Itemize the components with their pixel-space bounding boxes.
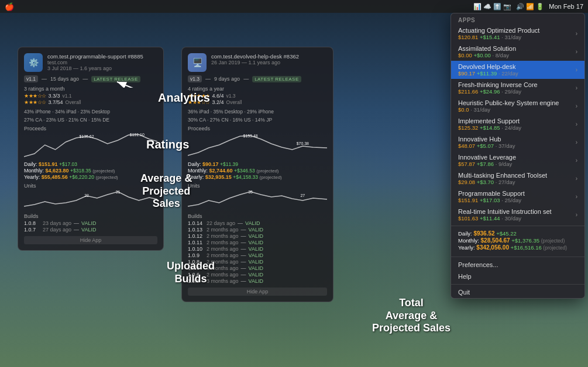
- menu-icons: 📊 ☁️ ⬆️ 📷: [473, 3, 511, 11]
- app1-ratings-period: 3 ratings a month: [24, 86, 157, 92]
- menu-item-devolved[interactable]: Devolved Help-desk $90.17 +$11.39 · 22/d…: [451, 61, 584, 79]
- total-monthly-change: +$1,376.35: [511, 237, 539, 244]
- annotation-analytics: Analytics: [158, 91, 210, 105]
- app2-monthly-change: +$346.53: [234, 168, 255, 174]
- fresh-period: · 29/day: [501, 88, 521, 95]
- menu-item-realtime[interactable]: Real-time Intuitive Instruction set $101…: [451, 206, 584, 224]
- app2-rating-version: v1.3: [226, 93, 236, 99]
- app1-daily: Daily: $151.91 +$17.03: [24, 161, 157, 167]
- innovative-hub-price: $48.07: [458, 143, 475, 149]
- menu-item-programmable[interactable]: Programmable Support $151.91 +$17.03 · 2…: [451, 188, 584, 206]
- heuristic-arrow: ›: [576, 103, 577, 109]
- app1-rating-version: v1.1: [63, 93, 72, 99]
- app1-info: com.test.programmable-support #8885 test…: [47, 53, 157, 71]
- innovative-hub-change: +$5.07: [477, 143, 494, 149]
- innovative-leverage-change: +$7.86: [477, 161, 494, 167]
- menu-item-innovative-leverage-name: Innovative Leverage: [458, 154, 576, 161]
- devolved-period: · 22/day: [498, 70, 518, 77]
- innovative-leverage-period: · 9/day: [496, 161, 513, 167]
- menu-item-innovative-leverage[interactable]: Innovative Leverage $57.87 +$7.86 · 9/da…: [451, 151, 584, 169]
- app2-hide-app-button[interactable]: Hide App: [188, 288, 327, 296]
- app2-build-v1010: 1.0.10: [188, 246, 204, 252]
- app2-monthly: Monthly: $2,744.60 +$346.53 (projected): [188, 168, 327, 174]
- app1-monthly-amount: $4,623.80: [46, 168, 69, 174]
- app1-ratings: 3 ratings a month ★★★☆☆ 3.3/3 v1.1 ★★★☆☆…: [24, 86, 157, 105]
- dropdown-apps-label: Apps: [451, 13, 584, 25]
- menu-item-actuating-stats: $120.81 +$15.41 · 31/day: [458, 34, 576, 40]
- menu-item-fresh[interactable]: Fresh-thinking Inverse Core $211.66 +$24…: [451, 79, 584, 97]
- app1-builds: Builds 1.0.8 23 days ago — VALID 1.0.7 2…: [24, 213, 157, 233]
- menu-item-multitasking[interactable]: Multi-tasking Enhanced Toolset $29.08 +$…: [451, 169, 584, 188]
- menu-item-heuristic[interactable]: Heuristic Public-key System engine $0.0 …: [451, 97, 584, 115]
- app2-proceeds-label: Proceeds: [188, 126, 327, 131]
- dropdown-menu: Apps Actuating Optimized Product $120.81…: [451, 13, 585, 299]
- fresh-change: +$24.96: [480, 88, 500, 95]
- app2-build-s109: VALID: [249, 252, 263, 258]
- app2-platforms1: 36% iPad · 35% Desktop · 29% iPhone: [188, 109, 327, 115]
- innovative-leverage-arrow: ›: [576, 157, 577, 164]
- fresh-arrow: ›: [576, 85, 577, 91]
- app1-rating-row1: ★★★☆☆ 3.3/3 v1.1: [24, 93, 157, 99]
- svg-text:35: 35: [248, 190, 253, 194]
- programmable-period: · 25/day: [501, 197, 521, 203]
- app2-yearly: Yearly: $32,935.15 +$4,158.33 (projected…: [188, 174, 327, 180]
- app1-version: v1.1: [24, 75, 38, 82]
- app2-build-v1014: 1.0.14: [188, 220, 204, 226]
- menu-item-multitasking-stats: $29.08 +$3.70 · 27/day: [458, 179, 576, 185]
- app2-days-ago: —: [205, 76, 211, 82]
- assimilated-change: +$0.00: [473, 52, 490, 58]
- app2-daily-change: +$11.39: [220, 161, 238, 167]
- menu-help[interactable]: Help: [451, 271, 584, 282]
- innovative-hub-period: · 37/day: [496, 143, 515, 149]
- app1-proceeds-chart: $136.62 $191.10: [24, 133, 157, 160]
- menu-item-assimilated-left: Assimilated Solution $0.00 +$0.00 · 8/da…: [458, 45, 576, 58]
- menu-item-innovative-hub[interactable]: Innovative Hub $48.07 +$5.07 · 37/day ›: [451, 133, 584, 151]
- app2-daily: Daily: $90.17 +$11.39: [188, 161, 327, 167]
- total-stats: Daily: $936.52 +$45.22 Monthly: $28,504.…: [451, 228, 584, 255]
- app2-info: com.test.devolved-help-desk #8362 26 Jan…: [211, 53, 327, 65]
- app2-build-s105: VALID: [249, 278, 263, 284]
- devolved-change: +$11.39: [477, 70, 497, 77]
- app1-domain: test.com: [47, 60, 157, 65]
- menu-item-implemented-stats: $125.32 +$14.85 · 24/day: [458, 124, 576, 131]
- menu-divider-2: [451, 257, 584, 257]
- menu-item-implemented-name: Implemented Support: [458, 117, 576, 124]
- app1-dash2: —: [82, 76, 88, 82]
- menu-item-programmable-name: Programmable Support: [458, 190, 576, 197]
- menu-item-assimilated[interactable]: Assimilated Solution $0.00 +$0.00 · 8/da…: [451, 43, 584, 61]
- total-yearly-value: $342,056.00: [476, 244, 509, 251]
- menu-status: 🔊 📶 🔋: [516, 3, 544, 11]
- menu-item-implemented[interactable]: Implemented Support $125.32 +$14.85 · 24…: [451, 115, 584, 133]
- app1-yearly-change: +$6,220.20: [69, 174, 94, 180]
- app2-build-s1011: VALID: [249, 240, 263, 245]
- app1-yearly-projected: (projected): [96, 175, 118, 180]
- total-daily-value: $936.52: [473, 230, 494, 237]
- menubar-right: 📊 ☁️ ⬆️ 📷 🔊 📶 🔋 Mon Feb 17: [473, 3, 583, 11]
- menu-item-actuating[interactable]: Actuating Optimized Product $120.81 +$15…: [451, 25, 584, 43]
- menu-item-implemented-left: Implemented Support $125.32 +$14.85 · 24…: [458, 117, 576, 131]
- app2-units-chart: 35 27: [188, 190, 327, 210]
- app1-bundle-id: com.test.programmable-support #8885: [47, 53, 157, 60]
- realtime-arrow: ›: [576, 212, 577, 218]
- total-daily-change: +$45.22: [496, 230, 517, 237]
- total-yearly-projected: (projected): [543, 245, 567, 251]
- implemented-arrow: ›: [576, 121, 577, 127]
- total-yearly-change: +$16,516.16: [511, 244, 542, 251]
- total-yearly-label: Yearly:: [458, 244, 476, 251]
- menu-item-assimilated-name: Assimilated Solution: [458, 45, 576, 52]
- app1-hide-app-button[interactable]: Hide App: [24, 236, 157, 244]
- menubar-left: 🍎: [5, 2, 14, 11]
- app1-build2-version: 1.0.7: [24, 227, 40, 233]
- menu-item-innovative-hub-stats: $48.07 +$5.07 · 37/day: [458, 143, 576, 149]
- app1-rating-overall-label: Overall: [66, 99, 81, 105]
- app2-build-d1012: 2 months ago: [207, 233, 239, 239]
- app2-monthly-projected: (projected): [256, 168, 278, 174]
- app2-build-s106: VALID: [249, 272, 263, 278]
- app1-build1-date: 23 days ago: [43, 220, 71, 226]
- app1-platforms1: 43% iPhone · 34% iPad · 23% Desktop: [24, 109, 157, 115]
- total-yearly-line: Yearly: $342,056.00 +$16,516.16 (project…: [458, 244, 577, 251]
- menu-quit[interactable]: Quit: [451, 286, 584, 298]
- app2-bundle-id: com.test.devolved-help-desk #8362: [211, 53, 327, 60]
- menu-preferences[interactable]: Preferences...: [451, 259, 584, 271]
- programmable-change: +$17.03: [480, 197, 500, 203]
